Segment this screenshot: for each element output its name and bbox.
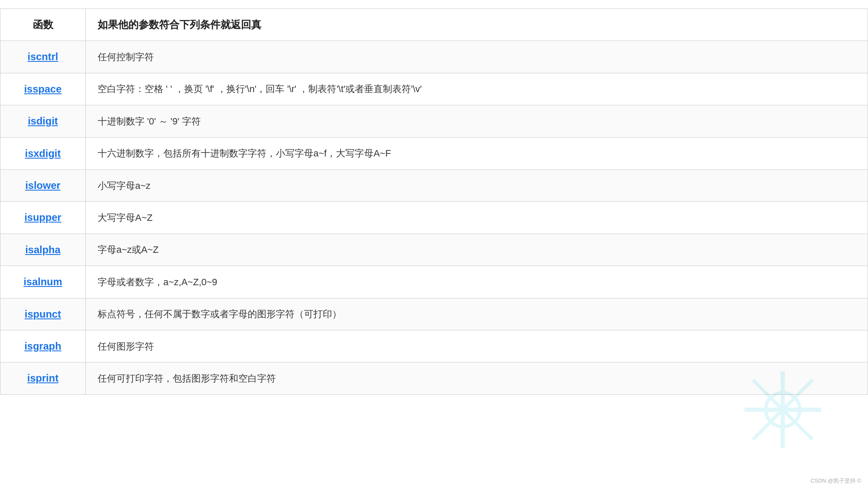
func-cell: isspace — [0, 73, 86, 105]
csdn-watermark: CSDN @凯子坚持 © — [810, 477, 861, 485]
func-link-isalpha[interactable]: isalpha — [25, 244, 61, 255]
func-cell: iscntrl — [0, 41, 86, 73]
func-link-isgraph[interactable]: isgraph — [24, 340, 61, 352]
func-link-isupper[interactable]: isupper — [24, 211, 61, 223]
func-link-isprint[interactable]: isprint — [27, 372, 58, 384]
func-cell: ispunct — [0, 298, 86, 330]
func-cell: isupper — [0, 202, 86, 234]
table-row: isprint任何可打印字符，包括图形字符和空白字符 — [0, 362, 868, 394]
desc-cell: 十进制数字 '0' ～ '9' 字符 — [86, 105, 868, 137]
col-header-func: 函数 — [0, 9, 86, 41]
func-link-islower[interactable]: islower — [25, 179, 61, 191]
table-row: isspace空白字符：空格 ' ' ，换页 '\f' ，换行'\n'，回车 '… — [0, 73, 868, 105]
table-row: islower小写字母a~z — [0, 169, 868, 201]
func-cell: isalpha — [0, 234, 86, 266]
func-link-isspace[interactable]: isspace — [24, 83, 61, 95]
func-link-isdigit[interactable]: isdigit — [28, 115, 58, 127]
table-row: isalnum字母或者数字，a~z,A~Z,0~9 — [0, 266, 868, 298]
table-row: isalpha字母a~z或A~Z — [0, 234, 868, 266]
func-cell: isxdigit — [0, 137, 86, 169]
col-header-desc: 如果他的参数符合下列条件就返回真 — [86, 9, 868, 41]
desc-cell: 十六进制数字，包括所有十进制数字字符，小写字母a~f，大写字母A~F — [86, 137, 868, 169]
func-cell: isgraph — [0, 330, 86, 362]
func-link-iscntrl[interactable]: iscntrl — [27, 51, 58, 62]
table-row: iscntrl任何控制字符 — [0, 41, 868, 73]
desc-cell: 标点符号，任何不属于数字或者字母的图形字符（可打印） — [86, 298, 868, 330]
func-link-ispunct[interactable]: ispunct — [25, 308, 61, 320]
desc-cell: 字母或者数字，a~z,A~Z,0~9 — [86, 266, 868, 298]
table-row: isxdigit十六进制数字，包括所有十进制数字字符，小写字母a~f，大写字母A… — [0, 137, 868, 169]
desc-cell: 大写字母A~Z — [86, 202, 868, 234]
table-row: ispunct标点符号，任何不属于数字或者字母的图形字符（可打印） — [0, 298, 868, 330]
desc-cell: 小写字母a~z — [86, 169, 868, 201]
func-cell: isalnum — [0, 266, 86, 298]
main-container: 函数 如果他的参数符合下列条件就返回真 iscntrl任何控制字符isspace… — [0, 0, 868, 403]
table-row: isupper大写字母A~Z — [0, 202, 868, 234]
function-table: 函数 如果他的参数符合下列条件就返回真 iscntrl任何控制字符isspace… — [0, 9, 868, 395]
func-cell: isdigit — [0, 105, 86, 137]
func-cell: isprint — [0, 362, 86, 394]
table-body: iscntrl任何控制字符isspace空白字符：空格 ' ' ，换页 '\f'… — [0, 41, 868, 394]
desc-cell: 任何图形字符 — [86, 330, 868, 362]
table-row: isdigit十进制数字 '0' ～ '9' 字符 — [0, 105, 868, 137]
desc-cell: 字母a~z或A~Z — [86, 234, 868, 266]
desc-cell: 空白字符：空格 ' ' ，换页 '\f' ，换行'\n'，回车 '\r' ，制表… — [86, 73, 868, 105]
table-row: isgraph任何图形字符 — [0, 330, 868, 362]
func-cell: islower — [0, 169, 86, 201]
desc-cell: 任何可打印字符，包括图形字符和空白字符 — [86, 362, 868, 394]
desc-cell: 任何控制字符 — [86, 41, 868, 73]
func-link-isxdigit[interactable]: isxdigit — [25, 148, 61, 159]
func-link-isalnum[interactable]: isalnum — [23, 276, 62, 287]
table-header-row: 函数 如果他的参数符合下列条件就返回真 — [0, 9, 868, 41]
